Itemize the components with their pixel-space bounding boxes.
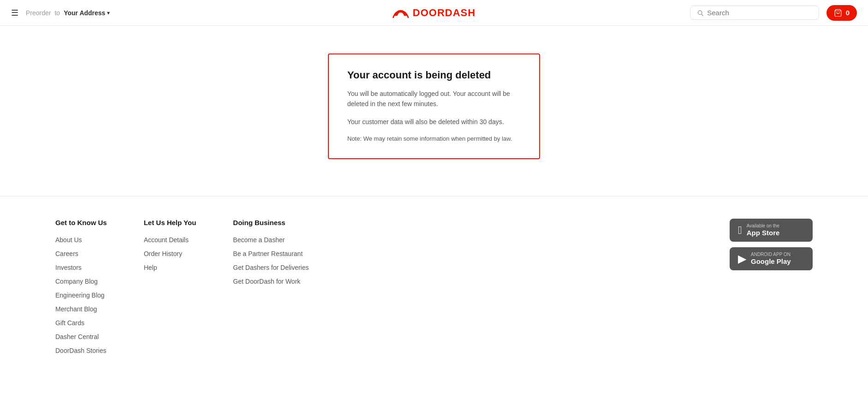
footer-heading-business: Doing Business — [233, 219, 309, 226]
header: ☰ Preorder to Your Address ▾ DOORDASH — [0, 0, 868, 26]
cart-icon — [834, 9, 842, 17]
footer-link-partner-restaurant[interactable]: Be a Partner Restaurant — [233, 250, 303, 257]
app-store-sub-label: Available on the — [747, 223, 780, 229]
footer-link-dashers-deliveries[interactable]: Get Dashers for Deliveries — [233, 264, 309, 271]
footer-heading-help: Let Us Help You — [144, 219, 196, 226]
account-deleted-title: Your account is being deleted — [347, 69, 521, 81]
footer-column-know-us: Get to Know Us About Us Careers Investor… — [55, 219, 107, 355]
apple-icon:  — [738, 224, 742, 237]
footer-link-careers[interactable]: Careers — [55, 250, 78, 257]
footer-link-dasher-central[interactable]: Dasher Central — [55, 333, 99, 340]
footer-heading-know-us: Get to Know Us — [55, 219, 107, 226]
address-selector[interactable]: Preorder to Your Address ▾ — [26, 9, 110, 17]
footer-columns: Get to Know Us About Us Careers Investor… — [55, 219, 711, 355]
google-play-button[interactable]: ▶ ANDROID APP ON Google Play — [730, 247, 813, 270]
footer-link-order-history[interactable]: Order History — [144, 250, 182, 257]
header-right: 0 — [690, 5, 857, 21]
footer-link-engineering-blog[interactable]: Engineering Blog — [55, 292, 105, 299]
account-deleted-card: Your account is being deleted You will b… — [328, 54, 540, 159]
search-bar[interactable] — [690, 6, 819, 20]
doordash-logo-icon — [392, 6, 409, 19]
footer-link-doordash-work[interactable]: Get DoorDash for Work — [233, 278, 300, 285]
google-play-text-block: ANDROID APP ON Google Play — [751, 252, 791, 266]
list-item: Order History — [144, 250, 196, 258]
app-store-text-block: Available on the App Store — [747, 223, 780, 237]
footer-link-become-dasher[interactable]: Become a Dasher — [233, 236, 285, 244]
list-item: Help — [144, 263, 196, 272]
footer-list-know-us: About Us Careers Investors Company Blog … — [55, 236, 107, 355]
footer-link-doordash-stories[interactable]: DoorDash Stories — [55, 347, 107, 354]
footer: Get to Know Us About Us Careers Investor… — [0, 196, 868, 377]
preorder-label: Preorder — [26, 9, 51, 17]
footer-list-business: Become a Dasher Be a Partner Restaurant … — [233, 236, 309, 286]
list-item: About Us — [55, 236, 107, 244]
footer-list-help: Account Details Order History Help — [144, 236, 196, 272]
search-icon — [697, 9, 704, 17]
doordash-logo[interactable]: DOORDASH — [392, 6, 476, 19]
main-content: Your account is being deleted You will b… — [0, 26, 868, 196]
footer-column-help: Let Us Help You Account Details Order Hi… — [144, 219, 196, 355]
account-deleted-note: Note: We may retain some information whe… — [347, 134, 521, 143]
list-item: Engineering Blog — [55, 291, 107, 299]
footer-apps:  Available on the App Store ▶ ANDROID A… — [730, 219, 813, 355]
footer-link-merchant-blog[interactable]: Merchant Blog — [55, 305, 97, 313]
account-deleted-data-text: Your customer data will also be deleted … — [347, 117, 521, 127]
cart-count: 0 — [846, 9, 850, 17]
account-deleted-description: You will be automatically logged out. Yo… — [347, 89, 521, 109]
search-input[interactable] — [707, 9, 812, 17]
list-item: Careers — [55, 250, 107, 258]
footer-link-company-blog[interactable]: Company Blog — [55, 278, 98, 285]
list-item: Account Details — [144, 236, 196, 244]
footer-link-investors[interactable]: Investors — [55, 264, 82, 271]
header-logo-area: DOORDASH — [392, 6, 476, 19]
app-store-main-label: App Store — [747, 229, 780, 237]
footer-link-account-details[interactable]: Account Details — [144, 236, 189, 244]
google-play-main-label: Google Play — [751, 257, 791, 266]
list-item: Become a Dasher — [233, 236, 309, 244]
google-play-sub-label: ANDROID APP ON — [751, 252, 791, 257]
footer-link-about-us[interactable]: About Us — [55, 236, 82, 244]
doordash-logo-text: DOORDASH — [413, 7, 476, 19]
app-store-button[interactable]:  Available on the App Store — [730, 219, 813, 242]
header-left: ☰ Preorder to Your Address ▾ — [11, 8, 110, 18]
list-item: Merchant Blog — [55, 305, 107, 313]
to-label: to — [54, 9, 60, 17]
svg-line-1 — [702, 14, 703, 15]
list-item: Gift Cards — [55, 319, 107, 327]
footer-link-help[interactable]: Help — [144, 264, 157, 271]
list-item: Dasher Central — [55, 333, 107, 341]
address-text: Your Address — [64, 9, 105, 17]
footer-content: Get to Know Us About Us Careers Investor… — [55, 219, 813, 355]
google-play-icon: ▶ — [738, 252, 746, 265]
list-item: Company Blog — [55, 277, 107, 286]
list-item: Be a Partner Restaurant — [233, 250, 309, 258]
list-item: Get DoorDash for Work — [233, 277, 309, 286]
footer-link-gift-cards[interactable]: Gift Cards — [55, 319, 84, 327]
list-item: Investors — [55, 263, 107, 272]
cart-button[interactable]: 0 — [826, 5, 857, 21]
list-item: DoorDash Stories — [55, 346, 107, 355]
footer-column-business: Doing Business Become a Dasher Be a Part… — [233, 219, 309, 355]
list-item: Get Dashers for Deliveries — [233, 263, 309, 272]
chevron-down-icon: ▾ — [107, 10, 110, 16]
hamburger-icon[interactable]: ☰ — [11, 8, 18, 18]
